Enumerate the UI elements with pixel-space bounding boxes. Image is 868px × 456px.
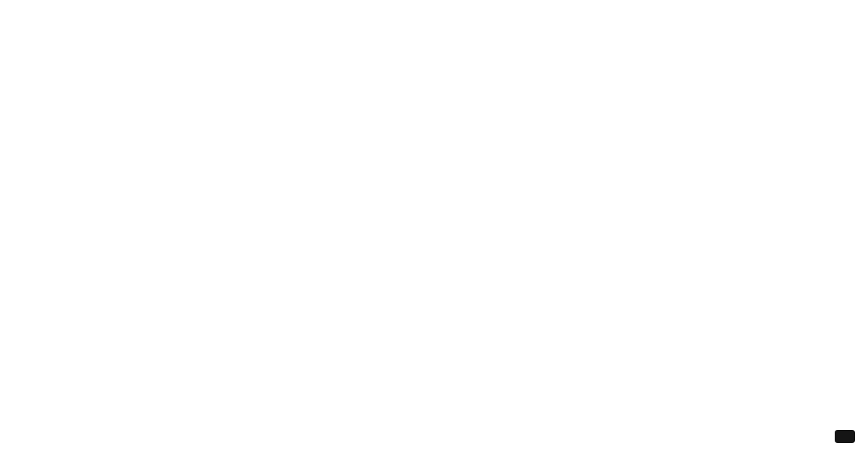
y-axis	[7, 85, 43, 456]
open-sandbox-button[interactable]	[835, 430, 855, 443]
chart-title	[0, 13, 868, 36]
bars-container	[43, 85, 861, 456]
chart	[7, 85, 861, 456]
page-title	[0, 0, 868, 13]
plot-area	[43, 85, 861, 456]
